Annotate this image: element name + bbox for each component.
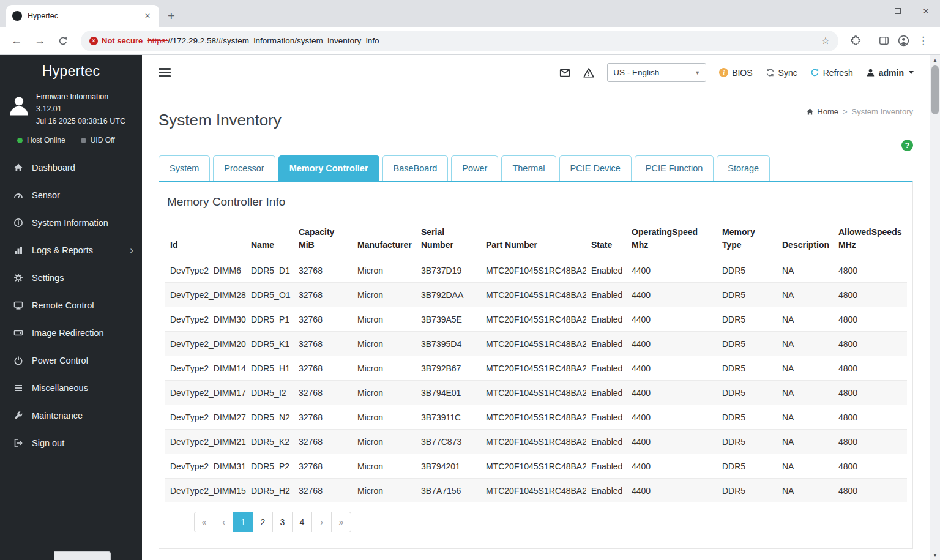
table-cell: 4400	[627, 283, 717, 307]
maximize-button[interactable]	[884, 0, 912, 22]
reload-button[interactable]	[53, 31, 73, 51]
section-title: Memory Controller Info	[167, 195, 906, 209]
sidebar-item-settings[interactable]: Settings	[0, 264, 142, 291]
column-header-allowedspeeds-mhz: AllowedSpeedsMHz	[834, 223, 907, 258]
back-button[interactable]: ←	[6, 31, 27, 51]
refresh-icon	[810, 68, 819, 77]
close-button[interactable]: ✕	[912, 0, 940, 22]
sidebar-item-maintenance[interactable]: Maintenance	[0, 401, 142, 429]
table-cell: DevType2_DIMM21	[165, 430, 246, 454]
sidebar-item-logs-reports[interactable]: Logs & Reports›	[0, 236, 142, 264]
column-header-serial-number: SerialNumber	[416, 223, 481, 258]
table-cell: DevType2_DIMM28	[165, 283, 246, 307]
sidebar-item-power-control[interactable]: Power Control	[0, 346, 142, 374]
column-header-operatingspeed-mhz: OperatingSpeedMhz	[627, 223, 717, 258]
chevron-right-icon: ›	[130, 245, 133, 255]
breadcrumb-home[interactable]: Home	[806, 107, 838, 116]
sidebar-item-sign-out[interactable]: Sign out	[0, 429, 142, 457]
page-button-nav[interactable]: ‹	[214, 512, 234, 532]
profile-avatar-icon[interactable]	[898, 35, 909, 47]
table-cell: NA	[777, 405, 834, 430]
table-cell: MTC20F1045S1RC48BA22	[481, 356, 586, 381]
sync-button[interactable]: Sync	[766, 68, 797, 78]
table-cell: 4800	[834, 258, 907, 283]
page-button-2[interactable]: 2	[253, 512, 273, 532]
side-panel-icon[interactable]	[879, 35, 889, 46]
browser-tab[interactable]: Hypertec ✕	[6, 5, 159, 27]
table-cell: 4400	[627, 356, 717, 381]
table-cell: DevType2_DIMM6	[165, 258, 246, 283]
sidebar-item-remote-control[interactable]: Remote Control	[0, 291, 142, 319]
app-topbar: US - English ▼ i BIOS Sync	[142, 55, 930, 90]
table-cell: 32768	[294, 430, 352, 454]
table-cell: MTC20F1045S1RC48BA22	[481, 430, 586, 454]
tab-system[interactable]: System	[159, 155, 210, 181]
help-icon[interactable]: ?	[901, 140, 913, 151]
table-cell: 3B737D19	[416, 258, 481, 283]
tab-close-icon[interactable]: ✕	[142, 10, 153, 21]
table-body: DevType2_DIMM6DDR5_D132768Micron3B737D19…	[165, 258, 907, 503]
tab-power[interactable]: Power	[451, 155, 498, 181]
topbar-right: US - English ▼ i BIOS Sync	[559, 63, 914, 82]
bios-button[interactable]: i BIOS	[719, 68, 752, 78]
table-cell: Enabled	[586, 405, 627, 430]
sidebar-menu: DashboardSensorSystem InformationLogs & …	[0, 154, 142, 457]
new-tab-button[interactable]: +	[168, 10, 175, 22]
page-scrollbar[interactable]: ▲ ▼	[930, 55, 940, 560]
sidebar-item-label: Miscellaneous	[32, 383, 88, 393]
table-cell: Micron	[352, 381, 416, 405]
table-cell: 4800	[834, 307, 907, 332]
table-cell: Enabled	[586, 307, 627, 332]
not-secure-chip[interactable]: ✕ Not secure	[89, 36, 143, 45]
scroll-down-icon[interactable]: ▼	[930, 550, 940, 560]
sidebar-item-dashboard[interactable]: Dashboard	[0, 154, 142, 181]
page-button-1[interactable]: 1	[233, 512, 253, 532]
hamburger-menu-icon[interactable]	[159, 68, 171, 77]
address-bar[interactable]: ✕ Not secure https://172.29.2.58/#system…	[81, 31, 838, 51]
url-text[interactable]: https://172.29.2.58/#system_information/…	[147, 36, 379, 45]
scroll-up-icon[interactable]: ▲	[930, 55, 940, 65]
sidebar-item-miscellaneous[interactable]: Miscellaneous	[0, 374, 142, 401]
user-label: admin	[879, 68, 904, 78]
page-button-nav[interactable]: «	[194, 512, 214, 532]
table-row: DevType2_DIMM6DDR5_D132768Micron3B737D19…	[165, 258, 907, 283]
sidebar-item-label: Remote Control	[32, 301, 94, 310]
tab-processor[interactable]: Processor	[213, 155, 275, 181]
maximize-icon	[895, 8, 901, 14]
browser-action-icons: ⋮	[846, 34, 934, 47]
page-button-3[interactable]: 3	[272, 512, 293, 532]
sidebar-item-system-information[interactable]: System Information	[0, 209, 142, 236]
tab-storage[interactable]: Storage	[717, 155, 770, 181]
table-cell: 3B792DAA	[416, 283, 481, 307]
table-cell: DDR5	[717, 430, 777, 454]
host-online-dot	[17, 138, 23, 143]
tab-baseboard[interactable]: BaseBoard	[382, 155, 449, 181]
sidebar-item-image-redirection[interactable]: Image Redirection	[0, 319, 142, 346]
tab-thermal[interactable]: Thermal	[501, 155, 556, 181]
scrollbar-thumb[interactable]	[931, 65, 939, 114]
forward-button[interactable]: →	[29, 31, 50, 51]
bookmark-star-icon[interactable]: ☆	[821, 35, 830, 47]
refresh-button[interactable]: Refresh	[810, 68, 853, 78]
extensions-icon[interactable]	[851, 35, 861, 46]
page-button-4[interactable]: 4	[292, 512, 312, 532]
user-menu[interactable]: admin	[866, 68, 914, 78]
language-select[interactable]: US - English ▼	[607, 63, 706, 82]
firmware-information-link[interactable]: Firmware Information	[36, 92, 125, 101]
page-button-nav[interactable]: »	[331, 512, 351, 532]
messages-icon[interactable]	[559, 67, 570, 78]
browser-tabstrip: Hypertec ✕ + — ✕	[0, 0, 940, 27]
tab-memory-controller[interactable]: Memory Controller	[278, 155, 379, 181]
not-secure-label: Not secure	[102, 36, 143, 45]
table-cell: Enabled	[586, 454, 627, 479]
minimize-button[interactable]: —	[856, 0, 884, 22]
alerts-warning-icon[interactable]	[583, 67, 594, 78]
browser-menu-icon[interactable]: ⋮	[918, 34, 929, 47]
table-cell: 32768	[294, 454, 352, 479]
tab-pcie-device[interactable]: PCIE Device	[559, 155, 632, 181]
sidebar-item-sensor[interactable]: Sensor	[0, 181, 142, 209]
table-cell: DevType2_DIMM17	[165, 381, 246, 405]
table-cell: Enabled	[586, 381, 627, 405]
tab-pcie-function[interactable]: PCIE Function	[635, 155, 714, 181]
page-button-nav[interactable]: ›	[311, 512, 332, 532]
